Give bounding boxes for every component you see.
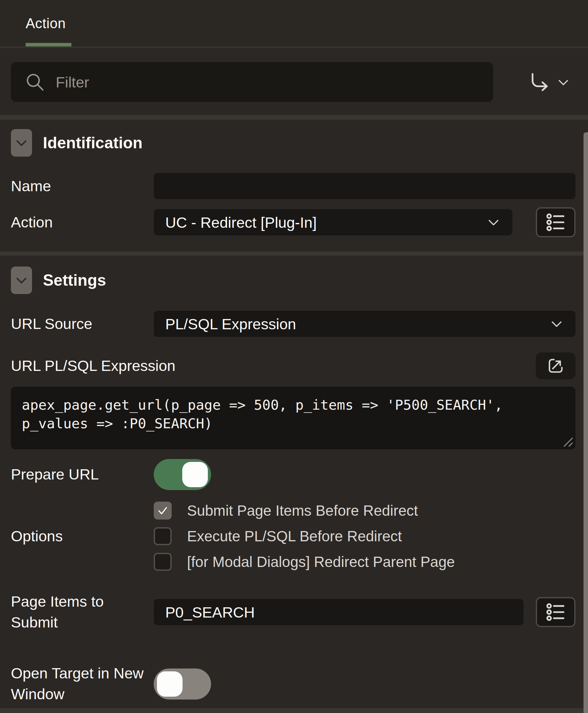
checkbox-label: Execute PL/SQL Before Redirect <box>187 527 402 545</box>
action-list-picker-button[interactable] <box>536 207 575 237</box>
section-divider <box>0 115 588 120</box>
action-select-value: UC - Redirect [Plug-In] <box>165 214 317 231</box>
chevron-down-icon <box>549 316 564 331</box>
identification-collapse-button[interactable] <box>11 129 32 156</box>
url-plsql-expression-textarea[interactable]: apex_page.get_url(p_page => 500, p_items… <box>11 386 575 449</box>
identification-section: Identification Name Action UC - Redirect… <box>0 120 588 251</box>
checkbox[interactable] <box>154 502 172 520</box>
chevron-down-icon <box>14 135 29 150</box>
checkbox-label: [for Modal Dialogs] Redirect Parent Page <box>187 553 455 570</box>
name-label: Name <box>11 176 154 197</box>
settings-section: Settings URL Source PL/SQL Expression UR… <box>0 256 588 708</box>
url-plsql-expression-label: URL PL/SQL Expression <box>11 357 175 374</box>
checkbox[interactable] <box>154 527 172 545</box>
chevron-down-icon <box>556 75 570 89</box>
url-source-select[interactable]: PL/SQL Expression <box>154 311 575 337</box>
url-source-label: URL Source <box>11 314 154 334</box>
action-select[interactable]: UC - Redirect [Plug-In] <box>154 209 512 235</box>
search-icon <box>24 71 45 92</box>
bulleted-list-icon <box>545 603 566 622</box>
option-execute-plsql[interactable]: Execute PL/SQL Before Redirect <box>154 527 455 545</box>
settings-title: Settings <box>43 271 106 290</box>
toggle-knob <box>157 671 183 697</box>
options-checkbox-group: Submit Page Items Before Redirect Execut… <box>154 502 455 571</box>
checkbox[interactable] <box>154 553 172 571</box>
prepare-url-label: Prepare URL <box>11 464 154 485</box>
toggle-knob <box>182 462 208 487</box>
tab-bar: Action <box>0 0 588 48</box>
tab-action-label: Action <box>26 15 66 32</box>
identification-title: Identification <box>43 133 143 152</box>
checkbox-label: Submit Page Items Before Redirect <box>187 502 418 519</box>
page-items-list-picker-button[interactable] <box>536 597 575 627</box>
settings-collapse-button[interactable] <box>11 267 32 294</box>
url-source-select-value: PL/SQL Expression <box>165 315 296 333</box>
filter-input[interactable] <box>55 73 441 91</box>
option-submit-page-items[interactable]: Submit Page Items Before Redirect <box>154 502 455 520</box>
open-target-toggle[interactable] <box>154 669 211 699</box>
resize-grip-icon[interactable] <box>561 435 574 448</box>
page-items-to-submit-label: Page Items to Submit <box>11 591 154 633</box>
filter-box[interactable] <box>11 62 493 102</box>
chevron-down-icon <box>486 215 501 230</box>
action-label: Action <box>11 212 154 233</box>
section-divider <box>0 251 588 256</box>
bulleted-list-icon <box>545 213 566 232</box>
name-input[interactable] <box>154 173 575 199</box>
option-redirect-parent-page[interactable]: [for Modal Dialogs] Redirect Parent Page <box>154 553 455 571</box>
vertical-scrollbar[interactable] <box>584 132 588 713</box>
prepare-url-toggle[interactable] <box>154 459 211 490</box>
open-in-editor-icon <box>546 356 566 376</box>
bottom-divider <box>0 708 588 713</box>
checkmark-icon <box>156 504 169 517</box>
return-arrow-icon <box>528 70 552 94</box>
apex-property-editor-panel: { "tabs": { "action_label": "Action" }, … <box>0 0 588 713</box>
open-target-label: Open Target in New Window <box>11 663 154 705</box>
options-label: Options <box>11 526 154 547</box>
active-tab-underline <box>26 43 71 46</box>
filter-toolbar <box>0 48 588 115</box>
page-items-to-submit-input[interactable] <box>154 599 524 625</box>
tab-action[interactable]: Action <box>26 0 66 46</box>
chevron-down-icon <box>14 273 29 288</box>
go-to-group-button[interactable] <box>525 68 573 97</box>
expand-code-editor-button[interactable] <box>536 352 575 379</box>
